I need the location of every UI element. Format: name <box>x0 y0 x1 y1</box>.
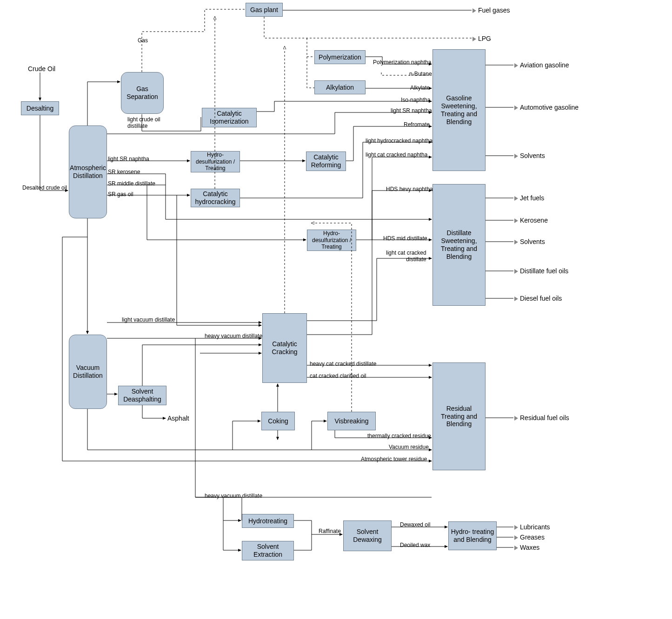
gas-separation-box: Gas Separation <box>121 72 164 114</box>
out-distillate-fuel-oils: Distillate fuel oils <box>514 267 568 275</box>
out-kerosene: Kerosene <box>514 217 548 224</box>
hydrotreating-box: Hydrotreating <box>242 514 294 528</box>
catalytic-isomerization-box: Catalytic Isomerization <box>202 108 257 127</box>
out-residual-fuel-oils: Residual fuel oils <box>514 414 569 421</box>
lbl-desalted-crude: Desalted crude oil <box>22 184 67 191</box>
distillate-blending-box: Distillate Sweetening, Treating and Blen… <box>432 184 486 306</box>
lbl-sr-gas-oil: SR gas oil <box>108 191 133 198</box>
lbl-gas: Gas <box>138 37 148 44</box>
lbl-alkylate: Alkylate <box>410 85 430 91</box>
lbl-thermally-cracked: thermally cracked residue <box>367 433 431 439</box>
out-jet-fuels: Jet fuels <box>514 194 544 202</box>
out-aviation-gasoline: Aviation gasoline <box>514 61 569 69</box>
out-fuel-gases: Fuel gases <box>472 7 510 14</box>
residual-blending-box: Residual Treating and Blending <box>432 362 486 470</box>
lbl-light-cat-naphtha: light cat cracked naphtha <box>366 151 427 158</box>
lbl-heavy-vac-dist-2: heavy vacuum distillate <box>205 493 262 499</box>
coking-box: Coking <box>261 412 295 430</box>
catalytic-hydrocracking-box: Catalytic hydrocracking <box>191 189 240 207</box>
gasoline-blending-box: Gasoline Sweetening, Treating and Blendi… <box>432 49 486 171</box>
lbl-hds-mid-dist: HDS mid distillate <box>383 235 427 242</box>
lbl-heavy-cat-dist: heavy cat cracked distillate <box>310 361 376 367</box>
lbl-atm-tower-residue: Atmospheric tower residue <box>361 456 427 462</box>
gas-plant-box: Gas plant <box>246 3 283 17</box>
alkylation-box: Alkylation <box>314 80 366 94</box>
lbl-light-cat-dist: light cat cracked distillate <box>386 250 426 263</box>
lbl-n-butane: n-Butane <box>409 71 432 77</box>
out-automotive-gasoline: Automotive gasoline <box>514 104 579 111</box>
catalytic-cracking-box: Catalytic Cracking <box>262 313 307 383</box>
lbl-light-sr-naphtha-top: light SR naphtha <box>391 107 432 114</box>
lbl-vacuum-residue: Vacuum residue <box>389 444 429 450</box>
lbl-light-sr-naphtha: light SR naphtha <box>108 156 149 162</box>
solvent-deasphalting-box: Solvent Deasphalting <box>118 386 166 405</box>
crude-oil-label: Crude Oil <box>28 65 55 72</box>
out-solvents-2: Solvents <box>514 238 545 245</box>
hydrotreating-blending-box: Hydro- treating and Blending <box>448 521 497 550</box>
solvent-dewaxing-box: Solvent Dewaxing <box>343 520 392 551</box>
desalting-box: Desalting <box>21 101 59 115</box>
lbl-light-vac-dist: light vacuum distillate <box>122 316 175 323</box>
lbl-light-crude-dist: light crude oil distillate <box>127 116 160 129</box>
vacuum-distillation-box: Vacuum Distillation <box>69 335 107 409</box>
hydrodesulf-1-box: Hydro- desulfurization / Treating <box>191 151 240 172</box>
lbl-sr-mid-dist: SR middle distillate <box>108 180 155 187</box>
hydrodesulf-2-box: Hydro- desulfurization / Treating <box>307 230 356 251</box>
lbl-sr-kerosene: SR kerosene <box>108 169 140 175</box>
lbl-deoiled-wax: Deoiled wax <box>400 542 430 548</box>
lbl-refromate: Refromate <box>404 121 430 128</box>
catalytic-reforming-box: Catalytic Reforming <box>306 151 346 171</box>
lbl-heavy-vac-dist: heavy vacuum distillate <box>205 333 262 339</box>
lbl-light-hydro-naphtha: light hydrocracked naphtha <box>366 138 432 144</box>
visbreaking-box: Visbreaking <box>327 412 376 430</box>
out-greases: Greases <box>514 533 545 541</box>
lbl-iso-naphtha: Iso-naphtha <box>401 97 430 103</box>
polymerization-box: Polymerization <box>314 50 366 64</box>
solvent-extraction-box: Solvent Extraction <box>242 541 294 560</box>
lbl-raffinate: Raffinate <box>319 528 341 534</box>
lbl-poly-naphtha: Polymerization naphtha <box>373 59 431 66</box>
lbl-asphalt: Asphalt <box>167 415 189 422</box>
out-waxes: Waxes <box>514 544 539 551</box>
lbl-hds-heavy-naphtha: HDS hevy naphtha <box>386 186 433 192</box>
atmospheric-distillation-box: Atmospheric Distillation <box>69 125 107 218</box>
lbl-dewaxed-oil: Dewaxed oil <box>400 521 430 528</box>
out-solvents-1: Solvents <box>514 152 545 159</box>
out-lpg: LPG <box>472 35 491 42</box>
out-lubricants: Lubricants <box>514 523 550 531</box>
out-diesel-fuel-oils: Diesel fuel oils <box>514 295 562 302</box>
lbl-cat-clarified: cat cracked clarified oil <box>310 373 366 379</box>
